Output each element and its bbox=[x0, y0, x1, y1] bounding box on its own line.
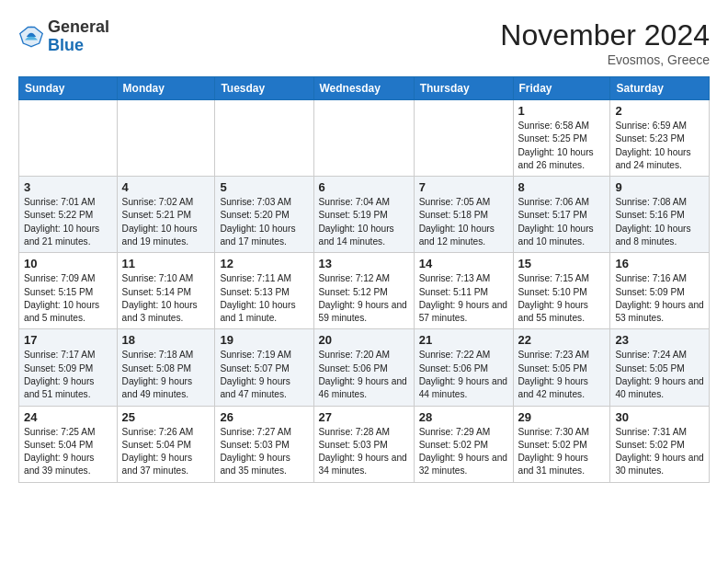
day-info: Sunrise: 7:04 AMSunset: 5:19 PMDaylight:… bbox=[319, 196, 409, 248]
logo-general-text: General bbox=[48, 17, 109, 36]
day-info: Sunrise: 7:20 AMSunset: 5:06 PMDaylight:… bbox=[319, 349, 409, 401]
day-info: Sunrise: 6:58 AMSunset: 5:25 PMDaylight:… bbox=[518, 120, 606, 172]
calendar-day-9: 9Sunrise: 7:08 AMSunset: 5:16 PMDaylight… bbox=[610, 177, 710, 253]
calendar-day-15: 15Sunrise: 7:15 AMSunset: 5:10 PMDayligh… bbox=[513, 253, 610, 329]
calendar-week-row: 17Sunrise: 7:17 AMSunset: 5:09 PMDayligh… bbox=[19, 329, 710, 406]
day-number: 2 bbox=[615, 104, 704, 118]
calendar-week-row: 10Sunrise: 7:09 AMSunset: 5:15 PMDayligh… bbox=[19, 253, 710, 329]
day-number: 12 bbox=[220, 257, 308, 270]
day-number: 13 bbox=[319, 257, 409, 270]
logo-icon bbox=[18, 24, 44, 50]
day-info: Sunrise: 7:24 AMSunset: 5:05 PMDaylight:… bbox=[615, 349, 704, 401]
calendar-week-row: 3Sunrise: 7:01 AMSunset: 5:22 PMDaylight… bbox=[19, 177, 710, 253]
calendar-day-12: 12Sunrise: 7:11 AMSunset: 5:13 PMDayligh… bbox=[215, 253, 313, 329]
day-info: Sunrise: 7:31 AMSunset: 5:02 PMDaylight:… bbox=[615, 426, 704, 478]
day-info: Sunrise: 7:09 AMSunset: 5:15 PMDaylight:… bbox=[24, 272, 112, 325]
day-number: 10 bbox=[24, 257, 112, 270]
day-number: 22 bbox=[518, 333, 606, 347]
day-number: 17 bbox=[24, 333, 112, 347]
day-info: Sunrise: 7:26 AMSunset: 5:04 PMDaylight:… bbox=[122, 426, 210, 478]
day-info: Sunrise: 7:28 AMSunset: 5:03 PMDaylight:… bbox=[319, 426, 409, 478]
day-info: Sunrise: 7:16 AMSunset: 5:09 PMDaylight:… bbox=[615, 272, 704, 325]
calendar-day-30: 30Sunrise: 7:31 AMSunset: 5:02 PMDayligh… bbox=[610, 406, 710, 482]
day-number: 6 bbox=[319, 180, 409, 194]
calendar-empty-cell bbox=[313, 100, 414, 177]
day-info: Sunrise: 7:23 AMSunset: 5:05 PMDaylight:… bbox=[518, 349, 606, 401]
day-number: 21 bbox=[419, 333, 508, 347]
weekday-header-sunday: Sunday bbox=[19, 77, 118, 100]
calendar-day-5: 5Sunrise: 7:03 AMSunset: 5:20 PMDaylight… bbox=[215, 177, 313, 253]
calendar-week-row: 24Sunrise: 7:25 AMSunset: 5:04 PMDayligh… bbox=[19, 406, 710, 482]
day-number: 19 bbox=[220, 333, 308, 347]
day-number: 1 bbox=[518, 104, 606, 118]
header: General Blue November 2024 Evosmos, Gree… bbox=[18, 18, 710, 67]
day-info: Sunrise: 7:15 AMSunset: 5:10 PMDaylight:… bbox=[518, 272, 606, 325]
calendar-empty-cell bbox=[215, 100, 313, 177]
day-info: Sunrise: 7:29 AMSunset: 5:02 PMDaylight:… bbox=[419, 426, 508, 478]
day-info: Sunrise: 7:19 AMSunset: 5:07 PMDaylight:… bbox=[220, 349, 308, 401]
day-info: Sunrise: 7:27 AMSunset: 5:03 PMDaylight:… bbox=[220, 426, 308, 478]
calendar-day-29: 29Sunrise: 7:30 AMSunset: 5:02 PMDayligh… bbox=[513, 406, 610, 482]
calendar-day-27: 27Sunrise: 7:28 AMSunset: 5:03 PMDayligh… bbox=[313, 406, 414, 482]
calendar-day-19: 19Sunrise: 7:19 AMSunset: 5:07 PMDayligh… bbox=[215, 329, 313, 406]
day-number: 16 bbox=[615, 257, 704, 270]
weekday-header-monday: Monday bbox=[117, 77, 215, 100]
location: Evosmos, Greece bbox=[500, 52, 710, 67]
calendar-day-20: 20Sunrise: 7:20 AMSunset: 5:06 PMDayligh… bbox=[313, 329, 414, 406]
calendar-day-2: 2Sunrise: 6:59 AMSunset: 5:23 PMDaylight… bbox=[610, 100, 710, 177]
day-number: 8 bbox=[518, 180, 606, 194]
day-info: Sunrise: 7:25 AMSunset: 5:04 PMDaylight:… bbox=[24, 426, 112, 478]
month-year: November 2024 bbox=[500, 18, 710, 52]
day-info: Sunrise: 7:30 AMSunset: 5:02 PMDaylight:… bbox=[518, 426, 606, 478]
logo-text: General Blue bbox=[48, 18, 109, 55]
calendar-empty-cell bbox=[117, 100, 215, 177]
calendar-day-21: 21Sunrise: 7:22 AMSunset: 5:06 PMDayligh… bbox=[414, 329, 513, 406]
logo: General Blue bbox=[18, 18, 109, 55]
calendar-day-22: 22Sunrise: 7:23 AMSunset: 5:05 PMDayligh… bbox=[513, 329, 610, 406]
calendar-day-25: 25Sunrise: 7:26 AMSunset: 5:04 PMDayligh… bbox=[117, 406, 215, 482]
calendar-day-3: 3Sunrise: 7:01 AMSunset: 5:22 PMDaylight… bbox=[19, 177, 118, 253]
day-info: Sunrise: 7:22 AMSunset: 5:06 PMDaylight:… bbox=[419, 349, 508, 401]
day-info: Sunrise: 7:10 AMSunset: 5:14 PMDaylight:… bbox=[122, 272, 210, 325]
weekday-header-friday: Friday bbox=[513, 77, 610, 100]
calendar-week-row: 1Sunrise: 6:58 AMSunset: 5:25 PMDaylight… bbox=[19, 100, 710, 177]
calendar-day-13: 13Sunrise: 7:12 AMSunset: 5:12 PMDayligh… bbox=[313, 253, 414, 329]
calendar-day-17: 17Sunrise: 7:17 AMSunset: 5:09 PMDayligh… bbox=[19, 329, 118, 406]
calendar-empty-cell bbox=[414, 100, 513, 177]
day-number: 29 bbox=[518, 410, 606, 424]
day-number: 14 bbox=[419, 257, 508, 270]
day-info: Sunrise: 7:03 AMSunset: 5:20 PMDaylight:… bbox=[220, 196, 308, 248]
logo-blue-text: Blue bbox=[48, 36, 84, 54]
calendar-day-26: 26Sunrise: 7:27 AMSunset: 5:03 PMDayligh… bbox=[215, 406, 313, 482]
calendar-day-11: 11Sunrise: 7:10 AMSunset: 5:14 PMDayligh… bbox=[117, 253, 215, 329]
day-number: 25 bbox=[122, 410, 210, 424]
weekday-header-saturday: Saturday bbox=[610, 77, 710, 100]
day-info: Sunrise: 6:59 AMSunset: 5:23 PMDaylight:… bbox=[615, 120, 704, 172]
day-number: 30 bbox=[615, 410, 704, 424]
calendar-day-10: 10Sunrise: 7:09 AMSunset: 5:15 PMDayligh… bbox=[19, 253, 118, 329]
day-number: 20 bbox=[319, 333, 409, 347]
day-info: Sunrise: 7:06 AMSunset: 5:17 PMDaylight:… bbox=[518, 196, 606, 248]
calendar-day-18: 18Sunrise: 7:18 AMSunset: 5:08 PMDayligh… bbox=[117, 329, 215, 406]
calendar-day-16: 16Sunrise: 7:16 AMSunset: 5:09 PMDayligh… bbox=[610, 253, 710, 329]
day-number: 23 bbox=[615, 333, 704, 347]
calendar-table: SundayMondayTuesdayWednesdayThursdayFrid… bbox=[18, 76, 710, 483]
weekday-header-tuesday: Tuesday bbox=[215, 77, 313, 100]
calendar-day-7: 7Sunrise: 7:05 AMSunset: 5:18 PMDaylight… bbox=[414, 177, 513, 253]
day-info: Sunrise: 7:02 AMSunset: 5:21 PMDaylight:… bbox=[122, 196, 210, 248]
day-number: 4 bbox=[122, 180, 210, 194]
calendar-day-24: 24Sunrise: 7:25 AMSunset: 5:04 PMDayligh… bbox=[19, 406, 118, 482]
weekday-header-row: SundayMondayTuesdayWednesdayThursdayFrid… bbox=[19, 77, 710, 100]
day-number: 15 bbox=[518, 257, 606, 270]
day-info: Sunrise: 7:11 AMSunset: 5:13 PMDaylight:… bbox=[220, 272, 308, 325]
calendar-day-4: 4Sunrise: 7:02 AMSunset: 5:21 PMDaylight… bbox=[117, 177, 215, 253]
calendar-empty-cell bbox=[19, 100, 118, 177]
weekday-header-thursday: Thursday bbox=[414, 77, 513, 100]
day-info: Sunrise: 7:18 AMSunset: 5:08 PMDaylight:… bbox=[122, 349, 210, 401]
day-info: Sunrise: 7:08 AMSunset: 5:16 PMDaylight:… bbox=[615, 196, 704, 248]
calendar-day-23: 23Sunrise: 7:24 AMSunset: 5:05 PMDayligh… bbox=[610, 329, 710, 406]
day-number: 11 bbox=[122, 257, 210, 270]
day-number: 24 bbox=[24, 410, 112, 424]
calendar-day-14: 14Sunrise: 7:13 AMSunset: 5:11 PMDayligh… bbox=[414, 253, 513, 329]
page: General Blue November 2024 Evosmos, Gree… bbox=[0, 0, 728, 492]
